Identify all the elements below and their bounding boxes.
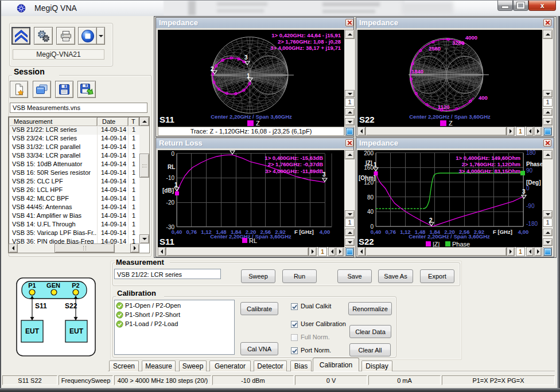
svg-text:3: 3	[522, 189, 526, 195]
svg-text:0,76: 0,76	[385, 229, 396, 235]
svg-text:S22: S22	[65, 302, 77, 310]
svg-text:400: 400	[479, 95, 488, 101]
svg-text:F [GHz]: F [GHz]	[493, 229, 512, 235]
svg-text:0: 0	[171, 151, 174, 157]
svg-text:S11: S11	[160, 237, 174, 246]
svg-text:Phase: Phase	[526, 161, 542, 167]
svg-text:S22: S22	[359, 115, 375, 124]
svg-text:S22: S22	[359, 237, 374, 246]
svg-text:0,40: 0,40	[371, 229, 382, 235]
svg-text:2> 1,760GHz: 1,08 - j0,28: 2> 1,760GHz: 1,08 - j0,28	[278, 38, 341, 45]
svg-text:S11: S11	[160, 115, 174, 124]
svg-text:-20: -20	[166, 199, 175, 206]
svg-text:2: 2	[211, 66, 214, 72]
svg-text:0,76: 0,76	[186, 229, 197, 235]
svg-text:EUT: EUT	[25, 327, 40, 335]
svg-text:Center 2,20GHz / Span 3,60GHz: Center 2,20GHz / Span 3,60GHz	[211, 113, 292, 120]
svg-text:-90: -90	[526, 203, 535, 209]
svg-text:90: 90	[526, 167, 533, 174]
svg-text:2: 2	[429, 217, 433, 224]
svg-text:GEN: GEN	[46, 282, 60, 289]
svg-text:RL: RL	[249, 237, 257, 244]
svg-text:1: 1	[247, 73, 250, 79]
svg-text:4000: 4000	[465, 34, 477, 41]
svg-text:3> 4,000GHz: -11,89dB: 3> 4,000GHz: -11,89dB	[265, 168, 323, 174]
svg-text:2> 1,760GHz: -0,37dB: 2> 1,760GHz: -0,37dB	[268, 161, 324, 167]
svg-text:2560: 2560	[429, 45, 441, 52]
svg-text:|Z|: |Z|	[365, 160, 372, 166]
svg-text:1> 0,400GHz: 149,60Ohm: 1> 0,400GHz: 149,60Ohm	[456, 155, 520, 161]
svg-text:|Z|: |Z|	[433, 241, 440, 248]
svg-text:1> 0,420GHz: 44,64 - j15,91: 1> 0,420GHz: 44,64 - j15,91	[271, 32, 341, 38]
svg-text:4,00: 4,00	[320, 229, 330, 235]
svg-text:P2: P2	[72, 282, 79, 289]
svg-text:-180: -180	[526, 221, 538, 227]
svg-text:P1: P1	[28, 282, 36, 289]
svg-text:40: 40	[367, 209, 374, 215]
svg-text:180: 180	[526, 150, 536, 156]
svg-text:1: 1	[374, 162, 377, 168]
svg-text:Z: Z	[449, 120, 453, 127]
svg-text:1> 0,400GHz: -15,63dB: 1> 0,400GHz: -15,63dB	[265, 155, 323, 161]
svg-text:4,00: 4,00	[518, 229, 529, 235]
svg-text:EUT: EUT	[69, 327, 84, 335]
svg-text:Z: Z	[256, 120, 260, 127]
svg-text:Center 2,20GHz / Span 3,60GHz: Center 2,20GHz / Span 3,60GHz	[409, 233, 490, 240]
svg-text:Phase: Phase	[452, 241, 470, 248]
svg-text:200: 200	[364, 150, 374, 156]
svg-text:Center 2,20GHz / Span 3,60GHz: Center 2,20GHz / Span 3,60GHz	[409, 113, 491, 120]
svg-text:3> 4,000GHz: 83,15Ohm: 3> 4,000GHz: 83,15Ohm	[459, 168, 520, 174]
svg-text:[dB]: [dB]	[162, 187, 174, 194]
svg-text:[Deg]: [Deg]	[526, 179, 541, 186]
svg-text:1120: 1120	[438, 104, 450, 110]
svg-text:1: 1	[174, 182, 178, 188]
svg-text:3> 4,000GHz: 38,17 + j19,71: 3> 4,000GHz: 38,17 + j19,71	[270, 45, 341, 51]
svg-text:1840: 1840	[411, 68, 423, 75]
svg-text:RL: RL	[168, 164, 175, 170]
svg-text:S11: S11	[35, 302, 47, 310]
svg-text:F [GHz]: F [GHz]	[294, 229, 314, 235]
svg-text:2> 1,760GHz: 1,12Ohm: 2> 1,760GHz: 1,12Ohm	[462, 161, 520, 167]
svg-text:80: 80	[367, 194, 374, 201]
svg-text:3280: 3280	[452, 40, 464, 46]
svg-text:3: 3	[244, 54, 248, 61]
svg-text:[Ohm]: [Ohm]	[359, 175, 375, 181]
svg-text:0: 0	[526, 185, 530, 191]
svg-text:0,40: 0,40	[172, 229, 182, 235]
svg-text:-10: -10	[166, 175, 175, 181]
